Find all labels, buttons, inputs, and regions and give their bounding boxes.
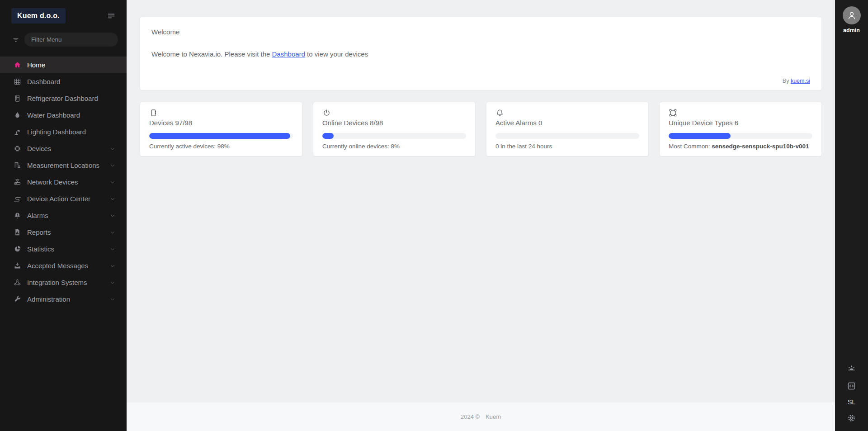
main-area: Welcome Welcome to Nexavia.io. Please vi… [127,0,835,431]
sidebar-item-administration[interactable]: Administration [0,291,127,308]
vector-square-icon [669,109,677,117]
byline-prefix: By [783,78,791,84]
footer-brand: Kuem [486,413,501,420]
chevron-down-icon [109,146,116,152]
power-icon [322,109,331,117]
pie-chart-icon [14,245,21,253]
chevron-down-icon [109,246,116,252]
progress-bar [322,133,466,139]
stat-card-title: Devices 97/98 [149,119,293,127]
router-icon [14,178,21,186]
welcome-card: Welcome Welcome to Nexavia.io. Please vi… [140,17,822,90]
welcome-body: Welcome to Nexavia.io. Please visit the … [151,50,810,58]
sidebar-item-lighting-dashboard[interactable]: Lighting Dashboard [0,123,127,140]
sidebar-item-devices[interactable]: Devices [0,140,127,157]
report-file-icon [14,228,21,236]
app-window: Kuem d.o.o. Home Dashboard Refrigerator … [0,0,868,431]
filter-menu-input[interactable] [24,33,118,47]
lamp-icon [14,128,21,136]
user-avatar[interactable] [843,6,861,24]
person-icon [846,10,857,21]
progress-bar [495,133,639,139]
filter-icon [12,36,19,43]
kuem-si-link[interactable]: kuem.si [791,78,810,84]
stat-card-title: Unique Device Types 6 [669,119,812,127]
progress-fill [149,133,290,139]
dashboard-grid-icon [14,78,21,85]
brightness-sun-icon[interactable] [847,364,856,374]
welcome-title: Welcome [151,28,810,36]
stat-card-caption: 0 in the last 24 hours [495,143,639,150]
stat-card-title: Online Devices 8/98 [322,119,466,127]
device-tablet-icon [149,109,158,117]
swap-flow-icon [14,195,21,203]
welcome-body-suffix: to view your devices [305,50,368,58]
stat-card-unique-device-types-6: Unique Device Types 6 Most Common: sense… [659,102,822,156]
code-viewport-icon[interactable] [847,381,856,391]
progress-bar [149,133,293,139]
sidebar-item-network-devices[interactable]: Network Devices [0,174,127,190]
brand-logo[interactable]: Kuem d.o.o. [11,8,66,24]
right-rail: admin SL [835,0,868,431]
chip-icon [14,145,21,152]
stat-cards-row: Devices 97/98 Currently active devices: … [140,102,822,156]
sidebar-nav: Home Dashboard Refrigerator Dashboard Wa… [0,57,127,308]
sidebar-item-dashboard[interactable]: Dashboard [0,73,127,90]
inbox-download-icon [14,262,21,270]
welcome-body-prefix: Welcome to Nexavia.io. Please visit the [151,50,272,58]
sidebar: Kuem d.o.o. Home Dashboard Refrigerator … [0,0,127,431]
alarm-bell-icon [14,212,21,219]
chevron-down-icon [109,229,116,236]
home-icon [14,61,21,69]
sidebar-item-statistics[interactable]: Statistics [0,241,127,257]
settings-gear-icon[interactable] [847,413,856,423]
water-drop-icon [14,111,21,119]
refrigerator-icon [14,95,21,102]
footer: 2024 ©Kuem [127,403,835,431]
sidebar-item-accepted-messages[interactable]: Accepted Messages [0,257,127,274]
sidebar-item-refrigerator-dashboard[interactable]: Refrigerator Dashboard [0,90,127,107]
stat-card-caption: Currently active devices: 98% [149,143,293,150]
stat-card-active-alarms-0: Active Alarms 0 0 in the last 24 hours [486,102,649,156]
wrench-icon [14,295,21,303]
stat-card-caption: Most Common: sensedge-senspuck-spu10b-v0… [669,143,812,150]
user-name: admin [843,27,860,33]
chevron-down-icon [109,296,116,303]
progress-fill [322,133,334,139]
chevron-down-icon [109,263,116,269]
sidebar-item-measurement-locations[interactable]: Measurement Locations [0,157,127,174]
dashboard-link[interactable]: Dashboard [272,50,305,58]
sidebar-item-alarms[interactable]: Alarms [0,207,127,224]
chevron-down-icon [109,162,116,169]
sidebar-header: Kuem d.o.o. [0,0,127,26]
sidebar-item-water-dashboard[interactable]: Water Dashboard [0,107,127,123]
language-selector[interactable]: SL [848,398,856,406]
chevron-down-icon [109,213,116,219]
byline: By kuem.si [783,78,810,84]
rail-bottom-actions: SL [847,364,856,423]
chevron-down-icon [109,196,116,202]
sidebar-item-reports[interactable]: Reports [0,224,127,241]
progress-bar [669,133,812,139]
stat-card-title: Active Alarms 0 [495,119,639,127]
sidebar-item-device-action-center[interactable]: Device Action Center [0,190,127,207]
sidebar-item-integration-systems[interactable]: Integration Systems [0,274,127,291]
stat-card-online-devices-8-98: Online Devices 8/98 Currently online dev… [313,102,476,156]
bell-outline-icon [495,109,504,117]
sidebar-item-home[interactable]: Home [0,57,127,73]
progress-fill [669,133,731,139]
chevron-down-icon [109,179,116,185]
footer-year: 2024 © [461,413,480,420]
sidebar-toggle-icon[interactable] [107,11,116,20]
main-content: Welcome Welcome to Nexavia.io. Please vi… [127,0,835,403]
sidebar-filter [0,26,127,47]
chevron-down-icon [109,279,116,286]
integration-nodes-icon [14,279,21,286]
stat-card-devices-97-98: Devices 97/98 Currently active devices: … [140,102,302,156]
stat-card-caption: Currently online devices: 8% [322,143,466,150]
building-person-icon [14,161,21,169]
